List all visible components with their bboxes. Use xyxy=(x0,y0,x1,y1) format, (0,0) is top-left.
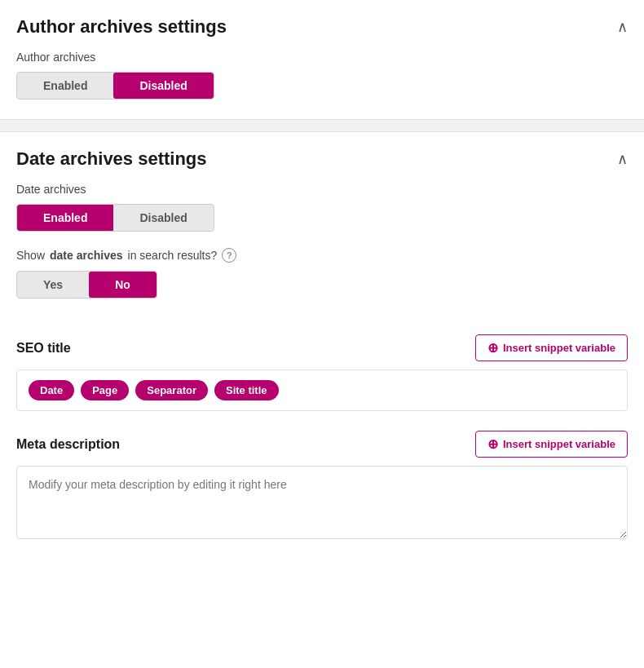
date-archives-enabled-btn[interactable]: Enabled xyxy=(17,205,113,231)
meta-insert-snippet-label: Insert snippet variable xyxy=(503,438,615,450)
author-archives-field-label: Author archives xyxy=(16,51,628,64)
date-archives-header: Date archives settings ∧ xyxy=(16,148,628,170)
author-archives-header: Author archives settings ∧ xyxy=(16,16,628,38)
seo-title-tags-row: Date Page Separator Site title xyxy=(16,369,628,411)
date-archives-disabled-btn[interactable]: Disabled xyxy=(113,205,213,231)
search-results-suffix: in search results? xyxy=(128,249,218,262)
seo-insert-snippet-label: Insert snippet variable xyxy=(503,342,615,354)
tag-date[interactable]: Date xyxy=(29,380,74,400)
author-archives-enabled-btn[interactable]: Enabled xyxy=(17,73,113,99)
plus-circle-icon: ⊕ xyxy=(487,340,498,356)
author-archives-title: Author archives settings xyxy=(16,16,227,38)
search-no-btn[interactable]: No xyxy=(89,272,157,298)
seo-insert-snippet-btn[interactable]: ⊕ Insert snippet variable xyxy=(475,334,628,361)
meta-description-textarea[interactable] xyxy=(16,466,628,539)
author-archives-collapse-icon[interactable]: ∧ xyxy=(617,18,628,36)
search-results-show: Show xyxy=(16,249,45,262)
date-archives-collapse-icon[interactable]: ∧ xyxy=(617,150,628,168)
search-results-label: Show date archives in search results? ? xyxy=(16,248,628,263)
seo-title-label: SEO title xyxy=(16,341,71,356)
search-yes-btn[interactable]: Yes xyxy=(17,272,89,298)
author-archives-toggle-group: Enabled Disabled xyxy=(16,72,214,100)
date-archives-toggle-group: Enabled Disabled xyxy=(16,204,214,232)
section-divider xyxy=(0,119,644,132)
seo-title-section: SEO title ⊕ Insert snippet variable Date… xyxy=(0,318,644,411)
tag-site-title[interactable]: Site title xyxy=(214,380,279,400)
date-archives-section: Date archives settings ∧ Date archives E… xyxy=(0,132,644,318)
tag-page[interactable]: Page xyxy=(81,380,129,400)
author-archives-disabled-btn[interactable]: Disabled xyxy=(113,73,213,99)
meta-description-section: Meta description ⊕ Insert snippet variab… xyxy=(0,431,644,559)
search-results-toggle-group: Yes No xyxy=(16,271,157,299)
search-results-bold: date archives xyxy=(50,249,123,262)
seo-title-header: SEO title ⊕ Insert snippet variable xyxy=(16,334,628,361)
tag-separator[interactable]: Separator xyxy=(135,380,208,400)
meta-description-label: Meta description xyxy=(16,437,120,452)
meta-insert-snippet-btn[interactable]: ⊕ Insert snippet variable xyxy=(475,431,628,458)
author-archives-section: Author archives settings ∧ Author archiv… xyxy=(0,0,644,119)
meta-description-header: Meta description ⊕ Insert snippet variab… xyxy=(16,431,628,458)
date-archives-title: Date archives settings xyxy=(16,148,207,170)
meta-plus-circle-icon: ⊕ xyxy=(487,436,498,452)
help-icon[interactable]: ? xyxy=(222,248,236,263)
date-archives-field-label: Date archives xyxy=(16,183,628,196)
